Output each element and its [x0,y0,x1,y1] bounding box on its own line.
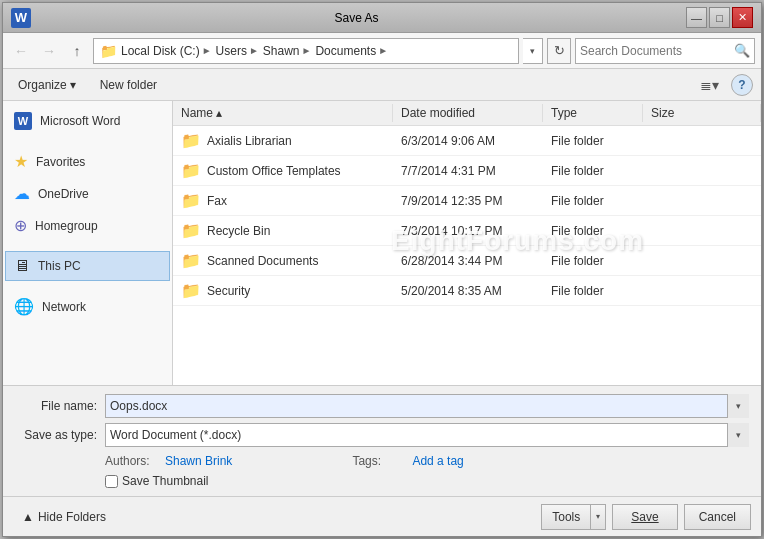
sidebar-item-favorites[interactable]: ★ Favorites [5,146,170,177]
search-icon: 🔍 [734,43,750,58]
title-bar: W Save As — □ ✕ [3,3,761,33]
organize-button[interactable]: Organize ▾ [11,74,83,96]
save-type-wrapper: ▾ [105,423,749,447]
folder-icon: 📁 [181,221,201,240]
folder-icon: 📁 [181,281,201,300]
sidebar-label-network: Network [42,300,86,314]
path-chevron-3: ► [302,45,312,56]
new-folder-button[interactable]: New folder [91,74,166,96]
sidebar-item-homegroup[interactable]: ⊕ Homegroup [5,210,170,241]
authors-label: Authors: [105,454,165,468]
tools-dropdown-button[interactable]: ▾ [590,504,606,530]
refresh-button[interactable]: ↻ [547,38,571,64]
sidebar-label-favorites: Favorites [36,155,85,169]
file-name-input-wrapper: ▾ [105,394,749,418]
word-icon: W [14,112,32,130]
file-type: File folder [543,162,643,180]
save-as-dialog: W Save As — □ ✕ ← → ↑ 📁 Local Disk (C:) … [2,2,762,537]
tools-label: Tools [552,510,580,524]
minimize-button[interactable]: — [686,7,707,28]
column-header-size[interactable]: Size [643,104,761,122]
file-type: File folder [543,252,643,270]
tags-label: Tags: [352,454,412,468]
sidebar-label-homegroup: Homegroup [35,219,98,233]
sort-arrow-icon: ▴ [216,106,222,120]
window-controls: — □ ✕ [686,7,753,28]
file-size [643,169,761,173]
folder-icon: 📁 [181,191,201,210]
column-header-type[interactable]: Type [543,104,643,122]
thumbnail-checkbox[interactable] [105,475,118,488]
file-date: 7/9/2014 12:35 PM [393,192,543,210]
file-type: File folder [543,282,643,300]
path-chevron-1: ► [202,45,212,56]
path-segment-4: Documents ► [315,44,388,58]
file-date: 7/7/2014 4:31 PM [393,162,543,180]
file-row[interactable]: 📁 Custom Office Templates 7/7/2014 4:31 … [173,156,761,186]
save-type-row: Save as type: ▾ [15,423,749,447]
column-header-name[interactable]: Name ▴ [173,104,393,122]
help-button[interactable]: ? [731,74,753,96]
tools-button[interactable]: Tools [541,504,590,530]
save-button[interactable]: Save [612,504,677,530]
file-name-input[interactable] [105,394,749,418]
file-name: Scanned Documents [207,254,318,268]
bottom-form-area: File name: ▾ Save as type: ▾ Authors: Sh… [3,385,761,496]
close-button[interactable]: ✕ [732,7,753,28]
save-type-label: Save as type: [15,428,105,442]
path-segment-3: Shawn ► [263,44,312,58]
sidebar-item-onedrive[interactable]: ☁ OneDrive [5,178,170,209]
app-icon: W [11,10,27,26]
hide-folders-icon: ▲ [22,510,34,524]
save-type-input[interactable] [105,423,749,447]
hide-folders-button[interactable]: ▲ Hide Folders [13,505,115,529]
search-box[interactable]: 🔍 [575,38,755,64]
homegroup-icon: ⊕ [14,216,27,235]
view-button[interactable]: ≣ ▾ [695,73,723,97]
sidebar-item-this-pc[interactable]: 🖥 This PC [5,251,170,281]
column-header-date[interactable]: Date modified [393,104,543,122]
authors-value[interactable]: Shawn Brink [165,454,232,468]
sidebar-item-network[interactable]: 🌐 Network [5,291,170,322]
dialog-title: Save As [27,11,686,25]
folder-icon: 📁 [181,251,201,270]
thumbnail-label[interactable]: Save Thumbnail [122,474,209,488]
sidebar-divider-2 [3,242,172,250]
address-dropdown-button[interactable]: ▾ [523,38,543,64]
address-path[interactable]: 📁 Local Disk (C:) ► Users ► Shawn ► Docu… [93,38,519,64]
organize-arrow-icon: ▾ [70,78,76,92]
folder-icon: 📁 [181,161,201,180]
path-chevron-4: ► [378,45,388,56]
maximize-button[interactable]: □ [709,7,730,28]
file-row[interactable]: 📁 Fax 7/9/2014 12:35 PM File folder [173,186,761,216]
cancel-button[interactable]: Cancel [684,504,751,530]
tools-button-group: Tools ▾ [541,504,606,530]
search-input[interactable] [580,44,730,58]
sidebar-item-microsoft-word[interactable]: W Microsoft Word [5,106,170,136]
file-row[interactable]: 📁 Security 5/20/2014 8:35 AM File folder [173,276,761,306]
sidebar-label-onedrive: OneDrive [38,187,89,201]
path-folder-icon: 📁 [100,43,117,59]
toolbar: Organize ▾ New folder ≣ ▾ ? [3,69,761,101]
back-button[interactable]: ← [9,39,33,63]
file-type: File folder [543,222,643,240]
tags-value[interactable]: Add a tag [412,454,463,468]
up-button[interactable]: ↑ [65,39,89,63]
onedrive-icon: ☁ [14,184,30,203]
file-name: Security [207,284,250,298]
file-name: Fax [207,194,227,208]
file-row[interactable]: 📁 Axialis Librarian 6/3/2014 9:06 AM Fil… [173,126,761,156]
file-row[interactable]: 📁 Scanned Documents 6/28/2014 3:44 PM Fi… [173,246,761,276]
organize-label: Organize [18,78,67,92]
sidebar-label-this-pc: This PC [38,259,81,273]
file-list-header: Name ▴ Date modified Type Size [173,101,761,126]
forward-button[interactable]: → [37,39,61,63]
view-arrow-icon: ▾ [712,77,719,93]
address-bar: ← → ↑ 📁 Local Disk (C:) ► Users ► Shawn … [3,33,761,69]
file-name: Custom Office Templates [207,164,341,178]
sidebar-divider-3 [3,282,172,290]
file-date: 6/28/2014 3:44 PM [393,252,543,270]
save-type-dropdown-arrow[interactable]: ▾ [727,423,749,447]
file-row[interactable]: 📁 Recycle Bin 7/3/2014 10:17 PM File fol… [173,216,761,246]
file-name-dropdown-arrow[interactable]: ▾ [727,394,749,418]
